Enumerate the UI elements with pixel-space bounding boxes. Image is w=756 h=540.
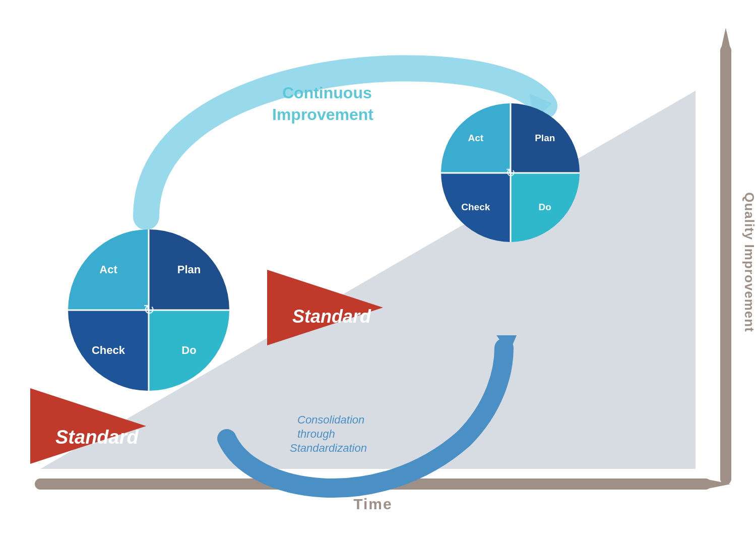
- circle1-do-quadrant: Do: [149, 310, 229, 391]
- circle2-check-quadrant: Check: [441, 173, 511, 243]
- circle1-act-label: Act: [99, 263, 117, 276]
- circle2-do-quadrant: Do: [511, 173, 580, 243]
- pdca-circle-2: Act Plan Check Do ↻: [441, 103, 580, 242]
- circle2-refresh-icon: ↻: [506, 167, 516, 179]
- quality-label-text: Quality Improvement: [742, 192, 756, 332]
- circle1-check-label: Check: [92, 344, 125, 357]
- circle2-plan-quadrant: Plan: [511, 103, 580, 173]
- circle2-act-quadrant: Act: [441, 103, 511, 173]
- pdca-circle-1: Act Plan Check Do ↻: [68, 229, 229, 391]
- main-container: Time Quality Improvement Standard Standa…: [0, 0, 756, 540]
- consolidation-line2: through: [297, 428, 335, 440]
- continuous-improvement-line1: Continuous: [282, 84, 372, 102]
- circle1-plan-label: Plan: [177, 263, 201, 276]
- circle2-do-label: Do: [539, 202, 551, 213]
- time-label-text: Time: [353, 496, 392, 512]
- circle2-check-label: Check: [461, 202, 490, 213]
- svg-marker-4: [721, 28, 731, 50]
- circle2-act-label: Act: [468, 133, 483, 144]
- standard-label-2: Standard: [292, 306, 371, 327]
- circle1-plan-quadrant: Plan: [149, 229, 229, 310]
- circle1-check-quadrant: Check: [68, 310, 149, 391]
- consolidation-line3: Standardization: [290, 442, 367, 454]
- circle1-do-label: Do: [181, 344, 196, 357]
- continuous-improvement-line2: Improvement: [272, 105, 373, 124]
- circle1-refresh-icon: ↻: [143, 303, 155, 317]
- circle1-act-quadrant: Act: [68, 229, 149, 310]
- standard-label-1: Standard: [55, 427, 139, 448]
- circle2-plan-label: Plan: [535, 133, 555, 144]
- consolidation-line1: Consolidation: [297, 413, 364, 426]
